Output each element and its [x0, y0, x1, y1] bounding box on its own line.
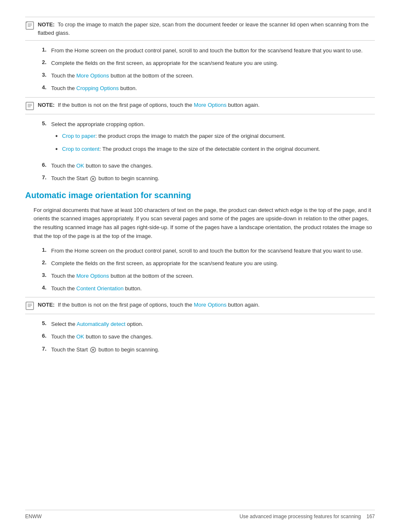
step-7-content: Touch the Start button to begin scanning…: [51, 174, 375, 183]
crop-to-paper-item: • Crop to paper: the product crops the i…: [51, 132, 375, 141]
step-5: 5. Select the appropriate cropping optio…: [34, 120, 375, 158]
note-box-1: NOTE: To crop the image to match the pap…: [25, 17, 375, 41]
step-7: 7. Touch the Start button to begin scann…: [34, 174, 375, 183]
footer-right: Use advanced image processing features f…: [239, 514, 375, 519]
step-2-content: Complete the fields on the first screen,…: [51, 59, 375, 67]
step-3: 3. Touch the More Options button at the …: [34, 72, 375, 80]
step-1-num: 1.: [42, 46, 51, 53]
crop-to-paper-link[interactable]: Crop to paper: [62, 133, 96, 139]
step-6-content: Touch the OK button to save the changes.: [51, 162, 375, 170]
s2-step-5-num: 5.: [42, 320, 51, 326]
step-5-num: 5.: [42, 120, 51, 127]
step-6: 6. Touch the OK button to save the chang…: [34, 162, 375, 170]
page-footer: ENWW Use advanced image processing featu…: [25, 510, 375, 519]
section2-steps-list-1: 1. From the Home screen on the product c…: [34, 247, 375, 293]
s2-step-3-content: Touch the More Options button at the bot…: [51, 272, 375, 280]
s2-step-6: 6. Touch the OK button to save the chang…: [34, 333, 375, 341]
cropping-options-link[interactable]: Cropping Options: [76, 85, 119, 91]
page: NOTE: To crop the image to match the pap…: [0, 0, 400, 532]
step-3-content: Touch the More Options button at the bot…: [51, 72, 375, 80]
step-1: 1. From the Home screen on the product c…: [34, 46, 375, 55]
svg-rect-8: [26, 302, 34, 310]
note-label-1: NOTE:: [38, 21, 55, 28]
crop-to-content-link[interactable]: Crop to content: [62, 146, 99, 152]
s2-step-1-content: From the Home screen on the product cont…: [51, 247, 375, 255]
start-icon-2: [90, 347, 96, 353]
note-icon-1: [25, 21, 34, 30]
svg-rect-0: [26, 22, 34, 29]
step-7-num: 7.: [42, 174, 51, 181]
s2-step-3: 3. Touch the More Options button at the …: [34, 272, 375, 280]
crop-to-paper-content: Crop to paper: the product crops the ima…: [62, 132, 375, 140]
crop-to-content-content: Crop to content: The product crops the i…: [62, 145, 375, 153]
s2-step-1: 1. From the Home screen on the product c…: [34, 247, 375, 255]
s2-step-4-num: 4.: [42, 284, 51, 291]
auto-detect-link[interactable]: Automatically detect: [77, 321, 125, 327]
s2-step-4: 4. Touch the Content Orientation button.: [34, 284, 375, 293]
footer-left: ENWW: [25, 514, 42, 519]
section2-steps-list-2: 5. Select the Automatically detect optio…: [34, 320, 375, 354]
note-text-3: NOTE: If the button is not on the first …: [38, 301, 260, 309]
crop-to-content-item: • Crop to content: The product crops the…: [51, 145, 375, 154]
step-4: 4. Touch the Cropping Options button.: [34, 84, 375, 93]
ok-link-1[interactable]: OK: [76, 163, 84, 169]
s2-step-2-content: Complete the fields on the first screen,…: [51, 259, 375, 268]
step-4-num: 4.: [42, 84, 51, 90]
bullet-1: •: [55, 132, 62, 141]
step-2: 2. Complete the fields on the first scre…: [34, 59, 375, 67]
s2-step-1-num: 1.: [42, 247, 51, 253]
steps-list-2: 5. Select the appropriate cropping optio…: [34, 120, 375, 183]
note-text-2: NOTE: If the button is not on the first …: [38, 101, 260, 109]
step-6-num: 6.: [42, 162, 51, 168]
svg-rect-4: [26, 102, 34, 110]
s2-step-2: 2. Complete the fields on the first scre…: [34, 259, 375, 268]
crop-options-list: • Crop to paper: the product crops the i…: [51, 132, 375, 154]
s2-step-4-content: Touch the Content Orientation button.: [51, 284, 375, 293]
note-label-2: NOTE:: [38, 102, 55, 108]
section2-heading: Automatic image orientation for scanning: [25, 191, 375, 200]
s2-step-7-num: 7.: [42, 346, 51, 352]
s2-step-2-num: 2.: [42, 259, 51, 266]
s2-step-5-content: Select the Automatically detect option.: [51, 320, 375, 328]
note-box-2: NOTE: If the button is not on the first …: [25, 97, 375, 114]
ok-link-2[interactable]: OK: [76, 333, 84, 340]
step-1-content: From the Home screen on the product cont…: [51, 46, 375, 55]
bullet-2: •: [55, 145, 62, 154]
steps-list-1: 1. From the Home screen on the product c…: [34, 46, 375, 93]
note-box-3: NOTE: If the button is not on the first …: [25, 297, 375, 314]
step-5-content: Select the appropriate cropping option. …: [51, 120, 375, 158]
s2-step-3-num: 3.: [42, 272, 51, 278]
s2-step-6-content: Touch the OK button to save the changes.: [51, 333, 375, 341]
note-icon-3: [25, 301, 34, 310]
step-2-num: 2.: [42, 59, 51, 65]
s2-step-7-content: Touch the Start button to begin scanning…: [51, 346, 375, 354]
note-icon-2: [25, 101, 34, 111]
content-orientation-link[interactable]: Content Orientation: [76, 285, 124, 292]
more-options-link-2[interactable]: More Options: [194, 102, 226, 108]
more-options-link-4[interactable]: More Options: [194, 302, 226, 308]
s2-step-5: 5. Select the Automatically detect optio…: [34, 320, 375, 328]
step-4-content: Touch the Cropping Options button.: [51, 84, 375, 93]
more-options-link-3[interactable]: More Options: [76, 273, 109, 279]
step-3-num: 3.: [42, 72, 51, 78]
section2-intro: For original documents that have at leas…: [25, 206, 375, 241]
note-text-1: NOTE: To crop the image to match the pap…: [38, 21, 375, 37]
s2-step-6-num: 6.: [42, 333, 51, 339]
note-label-3: NOTE:: [38, 302, 55, 308]
more-options-link-1[interactable]: More Options: [76, 72, 109, 79]
start-icon-1: [90, 176, 96, 182]
s2-step-7: 7. Touch the Start button to begin scann…: [34, 346, 375, 354]
